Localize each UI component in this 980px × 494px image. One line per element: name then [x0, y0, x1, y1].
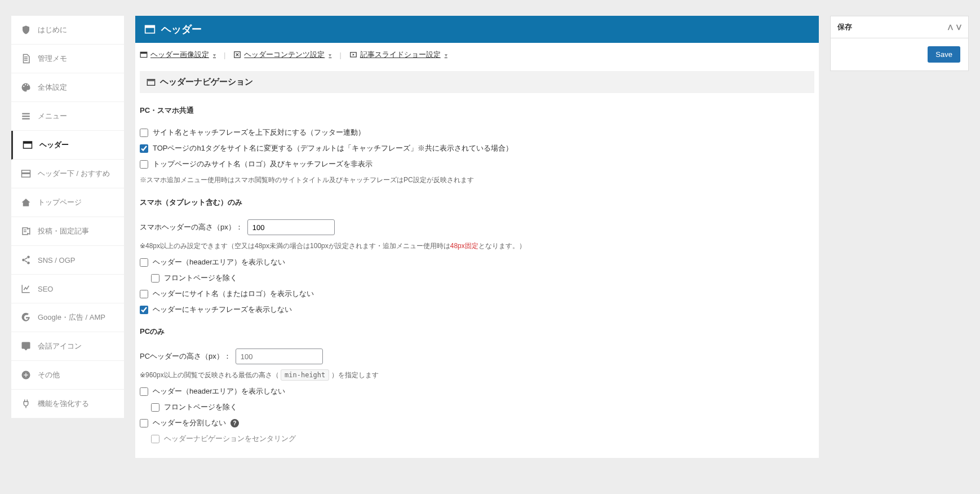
- header-icon: [147, 78, 156, 87]
- pc-heading: PCのみ: [135, 321, 819, 342]
- checkbox-pc-no-split[interactable]: [140, 419, 148, 427]
- checkbox-sp-hide-catchphrase[interactable]: [140, 306, 148, 314]
- checkbox-sp-exclude-front[interactable]: [151, 274, 159, 283]
- sub-tab-label: ヘッダーコンテンツ設定: [244, 50, 325, 60]
- chevron-down-icon[interactable]: ᐯ: [956, 23, 961, 32]
- sub-tab-slideshow[interactable]: 記事スライドショー設定 ▾: [349, 50, 447, 60]
- sidebar: はじめに 管理メモ 全体設定 メニュー ヘッダー ヘッダー下 / おすすめ トッ…: [11, 16, 124, 418]
- checkbox-row-pc-exclude-front[interactable]: フロントページを除く: [135, 399, 819, 415]
- sidebar-item-menu[interactable]: メニュー: [11, 102, 124, 131]
- edit-icon: [233, 51, 241, 59]
- checkbox-row-pc-center-nav[interactable]: ヘッダーナビゲーションをセンタリング: [135, 431, 819, 447]
- sidebar-item-label: ヘッダー: [39, 140, 69, 150]
- sidebar-item-header-under[interactable]: ヘッダー下 / おすすめ: [11, 160, 124, 188]
- svg-point-4: [27, 256, 30, 259]
- common-heading: PC・スマホ共通: [135, 100, 819, 121]
- note-text: となります。）: [478, 242, 526, 250]
- sidebar-item-intro[interactable]: はじめに: [11, 16, 124, 45]
- sidebar-item-post[interactable]: 投稿・固定記事: [11, 217, 124, 246]
- sidebar-item-global[interactable]: 全体設定: [11, 73, 124, 102]
- checkbox-label: TOPページのh1タグをサイト名に変更する（デフォルトは「キャッチフレーズ」※共…: [153, 143, 513, 153]
- checkbox-row-pc-no-split[interactable]: ヘッダーを分割しない ?: [135, 415, 819, 431]
- checkbox-label: ヘッダーナビゲーションをセンタリング: [164, 434, 296, 444]
- google-icon: [20, 312, 32, 323]
- sidebar-item-other[interactable]: その他: [11, 361, 124, 390]
- header-icon: [144, 24, 156, 35]
- sub-tab-contents[interactable]: ヘッダーコンテンツ設定 ▾: [233, 50, 331, 60]
- checkbox-sp-hide-sitename[interactable]: [140, 290, 148, 298]
- home-icon: [20, 197, 32, 208]
- chat-icon: [20, 341, 32, 351]
- plus-icon: [20, 370, 32, 380]
- main-content: ヘッダー ヘッダー画像設定 ▾ | ヘッダーコンテンツ設定 ▾ | 記事スライド…: [135, 16, 819, 458]
- sidebar-item-sns[interactable]: SNS / OGP: [11, 246, 124, 275]
- sp-height-row: スマホヘッダーの高さ（px）：: [135, 217, 819, 238]
- checkbox-row-h1-sitename[interactable]: TOPページのh1タグをサイト名に変更する（デフォルトは「キャッチフレーズ」※共…: [135, 140, 819, 156]
- plug-icon: [20, 399, 32, 409]
- svg-point-6: [27, 262, 30, 264]
- checkbox-h1-sitename[interactable]: [140, 144, 148, 153]
- checkbox-label: ヘッダーを分割しない: [153, 418, 226, 428]
- doc-icon: [20, 54, 32, 64]
- checkbox-hide-top-logo[interactable]: [140, 160, 148, 169]
- sidebar-item-label: ヘッダー下 / おすすめ: [38, 169, 110, 179]
- section-heading: ヘッダーナビゲーション: [140, 71, 814, 93]
- chevron-down-icon: ▾: [213, 52, 216, 58]
- svg-point-5: [22, 259, 25, 262]
- checkbox-sp-hide-header[interactable]: [140, 258, 148, 267]
- svg-rect-9: [145, 25, 155, 28]
- checkbox-label: ヘッダー（headerエリア）を表示しない: [153, 386, 285, 396]
- title-bar: ヘッダー: [135, 16, 819, 43]
- checkbox-pc-exclude-front[interactable]: [151, 403, 159, 412]
- sidebar-item-chat[interactable]: 会話アイコン: [11, 332, 124, 361]
- pc-height-input[interactable]: [236, 349, 323, 364]
- sidebar-item-label: 管理メモ: [38, 54, 67, 64]
- sidebar-item-header[interactable]: ヘッダー: [11, 131, 124, 160]
- save-button[interactable]: Save: [928, 46, 960, 63]
- help-icon[interactable]: ?: [230, 419, 239, 427]
- divider: |: [339, 51, 341, 59]
- checkbox-flip-sitename[interactable]: [140, 129, 148, 137]
- sp-heading: スマホ（タブレット含む）のみ: [135, 192, 819, 213]
- sidebar-item-memo[interactable]: 管理メモ: [11, 45, 124, 73]
- sub-tab-image[interactable]: ヘッダー画像設定 ▾: [140, 50, 216, 60]
- checkbox-label: フロントページを除く: [164, 273, 237, 283]
- svg-rect-11: [140, 52, 147, 54]
- chevron-up-icon[interactable]: ᐱ: [948, 23, 953, 32]
- sub-tab-label: 記事スライドショー設定: [360, 50, 441, 60]
- save-panel-title: 保存: [837, 22, 852, 32]
- checkbox-row-flip-sitename[interactable]: サイト名とキャッチフレーズを上下反対にする（フッター連動）: [135, 125, 819, 140]
- edit-icon: [20, 226, 32, 236]
- sidebar-item-label: 会話アイコン: [38, 341, 82, 351]
- checkbox-pc-hide-header[interactable]: [140, 387, 148, 396]
- checkbox-row-pc-hide-header[interactable]: ヘッダー（headerエリア）を表示しない: [135, 383, 819, 399]
- note-common: ※スマホ追加メニュー使用時はスマホ閲覧時のサイトタイトル及びキャッチフレーズはP…: [135, 172, 819, 188]
- sidebar-item-seo[interactable]: SEO: [11, 275, 124, 303]
- section-heading-text: ヘッダーナビゲーション: [160, 77, 253, 87]
- sidebar-item-label: SEO: [38, 285, 53, 293]
- checkbox-pc-center-nav[interactable]: [151, 435, 159, 443]
- checkbox-row-hide-top-logo[interactable]: トップページのみサイト名（ロゴ）及びキャッチフレーズを非表示: [135, 156, 819, 172]
- slideshow-icon: [349, 51, 357, 59]
- svg-rect-3: [22, 173, 30, 174]
- checkbox-label: ヘッダー（headerエリア）を表示しない: [153, 257, 285, 267]
- sidebar-item-toppage[interactable]: トップページ: [11, 188, 124, 217]
- sidebar-item-label: SNS / OGP: [38, 256, 75, 264]
- checkbox-row-sp-exclude-front[interactable]: フロントページを除く: [135, 270, 819, 286]
- sp-height-input[interactable]: [247, 219, 335, 235]
- sidebar-item-enhance[interactable]: 機能を強化する: [11, 390, 124, 418]
- code-chip: min-height: [281, 369, 329, 381]
- checkbox-row-sp-hide-catchphrase[interactable]: ヘッダーにキャッチフレーズを表示しない: [135, 302, 819, 317]
- checkbox-label: トップページのみサイト名（ロゴ）及びキャッチフレーズを非表示: [153, 159, 373, 169]
- checkbox-row-sp-hide-sitename[interactable]: ヘッダーにサイト名（またはロゴ）を表示しない: [135, 286, 819, 302]
- note-sp-height: ※48px以上のみ設定できます（空又は48px未満の場合は100pxが設定されま…: [135, 238, 819, 254]
- sidebar-item-google[interactable]: Google・広告 / AMP: [11, 303, 124, 332]
- menu-icon: [20, 111, 32, 121]
- svg-rect-15: [147, 79, 154, 81]
- chevron-down-icon: ▾: [445, 52, 447, 58]
- sub-tabs: ヘッダー画像設定 ▾ | ヘッダーコンテンツ設定 ▾ | 記事スライドショー設定…: [135, 50, 819, 67]
- sidebar-item-label: その他: [38, 370, 60, 380]
- sidebar-item-label: Google・広告 / AMP: [38, 312, 105, 323]
- sidebar-item-label: 投稿・固定記事: [38, 226, 89, 236]
- checkbox-row-sp-hide-header[interactable]: ヘッダー（headerエリア）を表示しない: [135, 254, 819, 270]
